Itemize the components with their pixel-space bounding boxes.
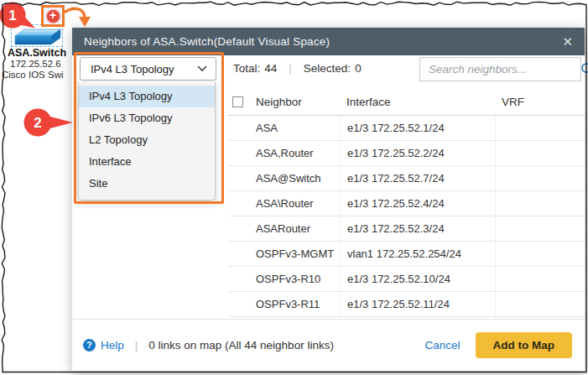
table-row[interactable]: OSPFv3-R10 e1/3 172.25.52.10/24 xyxy=(228,267,585,292)
interface-cell: e1/3 172.25.52.1/24 xyxy=(340,116,495,140)
dropdown-option-l2[interactable]: L2 Topology xyxy=(79,129,215,151)
vrf-cell xyxy=(495,242,585,266)
vrf-cell xyxy=(495,267,585,291)
counts-bar: Total: 44 | Selected: 0 xyxy=(233,62,362,75)
interface-cell: e1/3 172.25.52.4/24 xyxy=(340,191,495,216)
neighbor-cell: ASA xyxy=(246,116,340,140)
dropdown-option-interface[interactable]: Interface xyxy=(79,151,215,173)
table-row[interactable]: ASA,Router e1/3 172.25.52.2/24 xyxy=(228,141,585,166)
links-status-text: 0 links on map (All 44 neighbor links) xyxy=(148,339,334,352)
annotation-arrow xyxy=(62,4,96,29)
interface-cell: e1/3 172.25.52.7/24 xyxy=(340,166,495,190)
callout-pin-1: 1 xyxy=(0,1,44,34)
topology-dropdown-list: IPv4 L3 Topology IPv6 L3 Topology L2 Top… xyxy=(78,81,216,201)
neighbor-cell: ASA,Router xyxy=(246,141,340,165)
help-icon[interactable]: ? xyxy=(83,339,96,352)
topology-dropdown-value: IPv4 L3 Topology xyxy=(91,63,174,76)
counts-divider: | xyxy=(289,62,292,75)
interface-cell: e1/3 172.25.52.10/24 xyxy=(340,267,495,291)
dialog-title: Neighbors of ASA.Switch(Default Visual S… xyxy=(84,35,330,48)
vrf-cell xyxy=(495,141,585,165)
cancel-button[interactable]: Cancel xyxy=(424,339,460,352)
close-icon[interactable]: ✕ xyxy=(562,35,573,48)
device-model: Cisco IOS Swi xyxy=(2,70,64,80)
plus-icon[interactable]: + xyxy=(46,9,60,23)
interface-cell: e1/3 172.25.52.11/24 xyxy=(340,292,495,316)
column-header-neighbor[interactable]: Neighbor xyxy=(246,88,340,115)
add-to-map-button[interactable]: Add to Map xyxy=(476,332,573,358)
table-row[interactable]: ASA\Router e1/3 172.25.52.4/24 xyxy=(228,191,585,216)
topology-dropdown[interactable]: IPv4 L3 Topology xyxy=(80,57,216,81)
vrf-cell xyxy=(495,216,585,241)
vrf-cell xyxy=(495,191,585,216)
neighbors-dialog: Neighbors of ASA.Switch(Default Visual S… xyxy=(72,28,585,371)
column-header-interface[interactable]: Interface xyxy=(340,88,495,115)
neighbor-cell: ASARouter xyxy=(246,216,340,241)
callout-number-2: 2 xyxy=(34,115,41,131)
table-row[interactable]: OSPFv3-MGMT vlan1 172.25.52.254/24 xyxy=(228,242,585,267)
dropdown-option-site[interactable]: Site xyxy=(79,173,215,195)
dialog-footer: ? Help | 0 links on map (All 44 neighbor… xyxy=(72,319,585,371)
table-row[interactable]: ASA@Switch e1/3 172.25.52.7/24 xyxy=(228,166,585,191)
search-box xyxy=(419,57,581,81)
vrf-cell xyxy=(495,292,585,316)
dropdown-option-ipv6-l3[interactable]: IPv6 L3 Topology xyxy=(79,107,215,129)
device-ip: 172.25.52.6 xyxy=(10,59,61,69)
interface-cell: vlan1 172.25.52.254/24 xyxy=(340,242,495,266)
vrf-cell xyxy=(495,166,585,190)
search-icon[interactable] xyxy=(580,62,588,76)
total-label: Total: xyxy=(233,62,260,75)
vrf-cell xyxy=(495,116,585,140)
neighbor-cell: ASA\Router xyxy=(246,191,340,216)
column-header-vrf[interactable]: VRF xyxy=(495,88,585,115)
callout-number-1: 1 xyxy=(8,8,16,23)
callout-pin-2: 2 xyxy=(22,106,75,139)
selected-label: Selected: xyxy=(304,62,351,75)
interface-cell: e1/3 172.25.52.2/24 xyxy=(340,141,495,165)
table-row[interactable]: ASA e1/3 172.25.52.1/24 xyxy=(228,116,585,141)
add-neighbors-highlight-box: + xyxy=(41,5,65,27)
neighbor-cell: OSPFv3-MGMT xyxy=(246,242,340,266)
interface-cell: e1/3 172.25.52.3/24 xyxy=(340,216,495,241)
table-header: Neighbor Interface VRF xyxy=(228,88,585,116)
help-link[interactable]: Help xyxy=(101,339,124,352)
chevron-down-icon xyxy=(197,65,207,72)
table-row[interactable]: ASARouter e1/3 172.25.52.3/24 xyxy=(228,216,585,242)
select-all-checkbox[interactable] xyxy=(232,96,243,107)
total-value: 44 xyxy=(264,62,277,75)
dropdown-option-ipv4-l3[interactable]: IPv4 L3 Topology xyxy=(79,86,215,107)
search-input[interactable] xyxy=(420,58,580,81)
table-row[interactable]: OSPFv3-R11 e1/3 172.25.52.11/24 xyxy=(228,292,585,317)
neighbor-cell: ASA@Switch xyxy=(246,166,340,190)
selected-value: 0 xyxy=(355,62,362,75)
dialog-titlebar: Neighbors of ASA.Switch(Default Visual S… xyxy=(72,28,585,55)
neighbor-cell: OSPFv3-R10 xyxy=(246,267,340,291)
neighbor-cell: OSPFv3-R11 xyxy=(246,292,340,316)
footer-divider: | xyxy=(135,339,138,352)
device-name: ASA.Switch xyxy=(0,47,74,59)
neighbors-table: Neighbor Interface VRF ASA e1/3 172.25.5… xyxy=(228,88,585,317)
